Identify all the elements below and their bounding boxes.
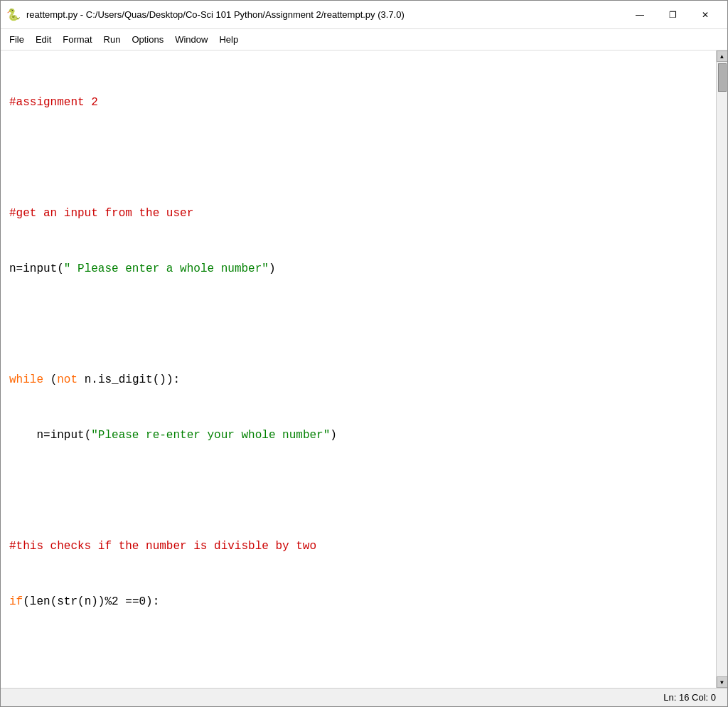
scroll-up-button[interactable]: ▲ <box>717 51 728 62</box>
code-line-8 <box>9 482 707 500</box>
menu-options[interactable]: Options <box>126 31 169 48</box>
menu-file[interactable]: File <box>4 31 30 48</box>
code-line-5 <box>9 315 707 334</box>
minimize-button[interactable]: — <box>623 4 656 26</box>
code-line-11 <box>9 648 707 666</box>
code-line-10: if(len(str(n))%2 ==0): <box>9 592 707 611</box>
vertical-scrollbar[interactable]: ▲ ▼ <box>716 51 727 688</box>
menu-run[interactable]: Run <box>98 31 127 48</box>
window-title: reattempt.py - C:/Users/Quas/Desktop/Co-… <box>26 9 623 20</box>
code-line-9: #this checks if the number is divisble b… <box>9 537 707 556</box>
code-line-4: n=input(" Please enter a whole number") <box>9 260 707 278</box>
close-button[interactable]: ✕ <box>689 4 722 26</box>
menu-window[interactable]: Window <box>169 31 213 48</box>
menu-bar: File Edit Format Run Options Window Help <box>1 29 727 51</box>
menu-edit[interactable]: Edit <box>30 31 57 48</box>
maximize-button[interactable]: ❐ <box>656 4 689 26</box>
menu-format[interactable]: Format <box>57 31 97 48</box>
main-window: 🐍 reattempt.py - C:/Users/Quas/Desktop/C… <box>0 0 728 707</box>
menu-help[interactable]: Help <box>213 31 244 48</box>
status-bar: Ln: 16 Col: 0 <box>1 688 727 706</box>
code-line-1: #assignment 2 <box>9 93 707 112</box>
window-controls: — ❐ ✕ <box>623 4 722 26</box>
scroll-track[interactable] <box>717 62 727 676</box>
title-bar: 🐍 reattempt.py - C:/Users/Quas/Desktop/C… <box>1 1 727 29</box>
code-editor[interactable]: #assignment 2 #get an input from the use… <box>1 51 716 688</box>
app-icon: 🐍 <box>6 8 21 22</box>
editor-area: #assignment 2 #get an input from the use… <box>1 51 727 688</box>
code-line-6: while (not n.is_digit()): <box>9 371 707 389</box>
code-line-2 <box>9 149 707 167</box>
code-line-7: n=input("Please re-enter your whole numb… <box>9 426 707 445</box>
code-line-3: #get an input from the user <box>9 204 707 223</box>
cursor-position: Ln: 16 Col: 0 <box>663 692 716 703</box>
scroll-thumb[interactable] <box>718 63 727 92</box>
scroll-down-button[interactable]: ▼ <box>717 676 728 688</box>
